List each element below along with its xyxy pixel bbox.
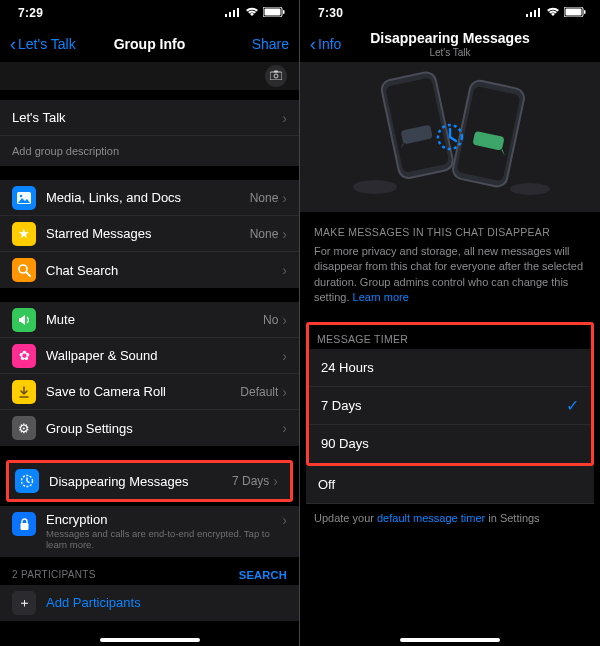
settings-section: Mute No › ✿ Wallpaper & Sound › Save to … — [0, 302, 299, 446]
chevron-right-icon: › — [282, 384, 287, 400]
svg-rect-22 — [566, 9, 582, 16]
option-24h[interactable]: 24 Hours — [309, 349, 591, 387]
home-indicator[interactable] — [400, 638, 500, 642]
svg-rect-17 — [526, 14, 528, 17]
description-body: For more privacy and storage, all new me… — [300, 244, 600, 312]
nav-back[interactable]: ‹ Info — [310, 34, 370, 55]
svg-rect-5 — [265, 9, 281, 16]
participants-search-link[interactable]: SEARCH — [239, 569, 287, 581]
content-section: Media, Links, and Docs None › ★ Starred … — [0, 180, 299, 288]
chevron-right-icon: › — [282, 512, 287, 528]
option-90d[interactable]: 90 Days — [309, 425, 591, 463]
svg-rect-2 — [233, 10, 235, 17]
chevron-left-icon: ‹ — [310, 34, 316, 55]
disappearing-label: Disappearing Messages — [49, 474, 232, 489]
update-footer-text1: Update your — [314, 512, 377, 524]
option-label: 7 Days — [321, 398, 361, 413]
learn-more-link[interactable]: Learn more — [353, 291, 409, 303]
svg-rect-19 — [534, 10, 536, 17]
encryption-footer: Messages and calls are end-to-end encryp… — [46, 528, 282, 551]
option-label: 90 Days — [321, 436, 369, 451]
battery-icon — [263, 6, 285, 20]
phone-group-info: 7:29 ‹ Let's Talk Group Info Share — [0, 0, 300, 646]
group-header-strip — [0, 62, 299, 90]
chatsearch-label: Chat Search — [46, 263, 282, 278]
chevron-right-icon: › — [282, 190, 287, 206]
chevron-right-icon: › — [282, 312, 287, 328]
svg-point-9 — [274, 74, 278, 78]
media-row[interactable]: Media, Links, and Docs None › — [0, 180, 299, 216]
chevron-right-icon: › — [282, 110, 287, 126]
media-label: Media, Links, and Docs — [46, 190, 250, 205]
update-footer-text2: in Settings — [485, 512, 539, 524]
nav-back-label: Let's Talk — [18, 36, 76, 52]
encryption-label: Encryption — [46, 512, 282, 527]
update-footer: Update your default message timer in Set… — [300, 504, 600, 532]
wallpaper-icon: ✿ — [12, 344, 36, 368]
svg-point-25 — [510, 183, 550, 195]
chevron-right-icon: › — [282, 420, 287, 436]
camera-button[interactable] — [265, 65, 287, 87]
lock-icon — [12, 512, 36, 536]
svg-rect-28 — [385, 77, 449, 173]
content-scroll[interactable]: MAKE MESSAGES IN THIS CHAT DISAPPEAR For… — [300, 62, 600, 646]
nav-back-label: Info — [318, 36, 341, 52]
option-label: 24 Hours — [321, 360, 374, 375]
option-off[interactable]: Off — [306, 466, 594, 504]
group-name-row[interactable]: Let's Talk › — [0, 100, 299, 136]
svg-rect-18 — [530, 12, 532, 17]
group-description-label: Add group description — [12, 145, 287, 157]
search-icon — [12, 258, 36, 282]
mute-row[interactable]: Mute No › — [0, 302, 299, 338]
starred-label: Starred Messages — [46, 226, 250, 241]
groupsettings-row[interactable]: ⚙ Group Settings › — [0, 410, 299, 446]
chevron-right-icon: › — [273, 473, 278, 489]
wallpaper-row[interactable]: ✿ Wallpaper & Sound › — [0, 338, 299, 374]
svg-rect-23 — [584, 10, 586, 14]
nav-bar: ‹ Let's Talk Group Info Share — [0, 26, 299, 62]
timer-highlight: MESSAGE TIMER 24 Hours 7 Days ✓ 90 Days — [306, 322, 594, 466]
default-timer-link[interactable]: default message timer — [377, 512, 485, 524]
svg-rect-7 — [270, 72, 282, 80]
wifi-icon — [245, 6, 259, 20]
add-participants-label: Add Participants — [46, 595, 287, 610]
add-participants-row[interactable]: ＋ Add Participants — [0, 585, 299, 621]
encryption-row[interactable]: Encryption Messages and calls are end-to… — [0, 506, 299, 557]
home-indicator[interactable] — [100, 638, 200, 642]
battery-icon — [564, 6, 586, 20]
camera-icon — [270, 69, 282, 83]
chevron-right-icon: › — [282, 226, 287, 242]
status-bar: 7:30 — [300, 0, 600, 26]
mute-label: Mute — [46, 312, 263, 327]
plus-icon: ＋ — [12, 591, 36, 615]
disappearing-value: 7 Days — [232, 474, 269, 488]
wallpaper-label: Wallpaper & Sound — [46, 348, 282, 363]
nav-back[interactable]: ‹ Let's Talk — [10, 34, 76, 55]
save-value: Default — [240, 385, 278, 399]
timer-header: MESSAGE TIMER — [309, 325, 591, 349]
phone-disappearing: 7:30 ‹ Info Disappearing Messages Let's … — [300, 0, 600, 646]
timer-icon — [15, 469, 39, 493]
check-icon: ✓ — [566, 396, 579, 415]
starred-row[interactable]: ★ Starred Messages None › — [0, 216, 299, 252]
save-row[interactable]: Save to Camera Roll Default › — [0, 374, 299, 410]
svg-rect-8 — [274, 71, 278, 73]
photo-icon — [12, 186, 36, 210]
chevron-right-icon: › — [282, 262, 287, 278]
disappearing-highlight: Disappearing Messages 7 Days › — [6, 460, 293, 502]
group-description-row[interactable]: Add group description — [0, 136, 299, 166]
content-scroll[interactable]: Let's Talk › Add group description Media… — [0, 62, 299, 646]
gear-icon: ⚙ — [12, 416, 36, 440]
save-label: Save to Camera Roll — [46, 384, 240, 399]
disappearing-row[interactable]: Disappearing Messages 7 Days › — [9, 463, 290, 499]
option-7d[interactable]: 7 Days ✓ — [309, 387, 591, 425]
chevron-right-icon: › — [282, 348, 287, 364]
chatsearch-row[interactable]: Chat Search › — [0, 252, 299, 288]
save-icon — [12, 380, 36, 404]
svg-line-13 — [26, 272, 30, 276]
groupsettings-label: Group Settings — [46, 421, 282, 436]
status-icons — [526, 6, 586, 20]
participants-count: 2 PARTICIPANTS — [12, 569, 96, 581]
participants-section: ＋ Add Participants — [0, 585, 299, 621]
nav-action-share[interactable]: Share — [229, 36, 289, 52]
